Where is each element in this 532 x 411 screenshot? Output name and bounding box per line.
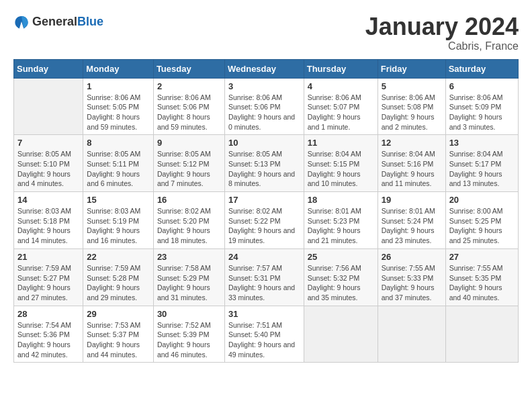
day-number: 15 bbox=[87, 195, 150, 205]
calendar-day-cell: 15Sunrise: 8:03 AMSunset: 5:19 PMDayligh… bbox=[83, 192, 154, 249]
calendar-day-cell: 17Sunrise: 8:02 AMSunset: 5:22 PMDayligh… bbox=[224, 192, 304, 249]
day-number: 1 bbox=[87, 81, 150, 91]
logo-general: General bbox=[32, 15, 77, 28]
day-info: Sunrise: 8:05 AMSunset: 5:10 PMDaylight:… bbox=[17, 149, 79, 189]
day-info: Sunrise: 8:02 AMSunset: 5:22 PMDaylight:… bbox=[228, 206, 300, 246]
calendar-day-cell: 28Sunrise: 7:54 AMSunset: 5:36 PMDayligh… bbox=[14, 306, 83, 363]
calendar-header-cell: Saturday bbox=[445, 59, 518, 78]
calendar-day-cell: 21Sunrise: 7:59 AMSunset: 5:27 PMDayligh… bbox=[14, 248, 83, 306]
day-info: Sunrise: 7:57 AMSunset: 5:31 PMDaylight:… bbox=[228, 263, 300, 303]
calendar-body: 1Sunrise: 8:06 AMSunset: 5:05 PMDaylight… bbox=[14, 78, 519, 363]
day-number: 30 bbox=[157, 309, 221, 319]
day-number: 16 bbox=[157, 195, 221, 205]
calendar-header-cell: Wednesday bbox=[224, 59, 304, 78]
day-info: Sunrise: 8:05 AMSunset: 5:11 PMDaylight:… bbox=[87, 149, 150, 189]
calendar-day-cell: 10Sunrise: 8:05 AMSunset: 5:13 PMDayligh… bbox=[224, 135, 304, 192]
day-number: 7 bbox=[17, 138, 79, 148]
calendar-day-cell: 11Sunrise: 8:04 AMSunset: 5:15 PMDayligh… bbox=[304, 135, 378, 192]
day-info: Sunrise: 7:53 AMSunset: 5:37 PMDaylight:… bbox=[87, 320, 150, 360]
logo-icon bbox=[13, 13, 30, 30]
calendar-day-cell: 7Sunrise: 8:05 AMSunset: 5:10 PMDaylight… bbox=[14, 135, 83, 192]
day-info: Sunrise: 7:51 AMSunset: 5:40 PMDaylight:… bbox=[228, 320, 300, 360]
day-number: 18 bbox=[308, 195, 374, 205]
day-info: Sunrise: 8:00 AMSunset: 5:25 PMDaylight:… bbox=[449, 206, 515, 246]
day-number: 24 bbox=[228, 252, 300, 262]
day-info: Sunrise: 8:05 AMSunset: 5:13 PMDaylight:… bbox=[228, 149, 300, 189]
day-number: 9 bbox=[157, 138, 221, 148]
calendar-day-cell: 20Sunrise: 8:00 AMSunset: 5:25 PMDayligh… bbox=[445, 192, 518, 249]
day-info: Sunrise: 8:05 AMSunset: 5:12 PMDaylight:… bbox=[157, 149, 221, 189]
day-number: 28 bbox=[17, 309, 79, 319]
day-number: 27 bbox=[449, 252, 515, 262]
day-info: Sunrise: 7:55 AMSunset: 5:35 PMDaylight:… bbox=[449, 263, 515, 303]
calendar-day-cell: 25Sunrise: 7:56 AMSunset: 5:32 PMDayligh… bbox=[304, 248, 378, 306]
day-info: Sunrise: 8:06 AMSunset: 5:07 PMDaylight:… bbox=[308, 93, 374, 132]
day-number: 10 bbox=[228, 138, 300, 148]
day-info: Sunrise: 8:06 AMSunset: 5:08 PMDaylight:… bbox=[382, 93, 442, 132]
calendar-day-cell: 9Sunrise: 8:05 AMSunset: 5:12 PMDaylight… bbox=[153, 135, 224, 192]
day-number: 26 bbox=[382, 252, 442, 262]
calendar-week-row: 14Sunrise: 8:03 AMSunset: 5:18 PMDayligh… bbox=[14, 192, 519, 249]
logo: GeneralBlue bbox=[13, 13, 103, 30]
calendar-day-cell: 8Sunrise: 8:05 AMSunset: 5:11 PMDaylight… bbox=[83, 135, 154, 192]
calendar-day-cell bbox=[445, 306, 518, 363]
logo-blue: Blue bbox=[77, 15, 103, 28]
header: GeneralBlue January 2024 Cabris, France bbox=[13, 13, 519, 52]
day-number: 11 bbox=[308, 138, 374, 148]
day-info: Sunrise: 8:04 AMSunset: 5:17 PMDaylight:… bbox=[449, 149, 515, 189]
calendar-day-cell: 14Sunrise: 8:03 AMSunset: 5:18 PMDayligh… bbox=[14, 192, 83, 249]
calendar-day-cell: 26Sunrise: 7:55 AMSunset: 5:33 PMDayligh… bbox=[378, 248, 445, 306]
calendar-day-cell: 2Sunrise: 8:06 AMSunset: 5:06 PMDaylight… bbox=[153, 78, 224, 135]
calendar-day-cell: 29Sunrise: 7:53 AMSunset: 5:37 PMDayligh… bbox=[83, 306, 154, 363]
day-info: Sunrise: 8:06 AMSunset: 5:09 PMDaylight:… bbox=[449, 93, 515, 132]
day-number: 22 bbox=[87, 252, 150, 262]
calendar-header-cell: Tuesday bbox=[153, 59, 224, 78]
calendar-day-cell: 13Sunrise: 8:04 AMSunset: 5:17 PMDayligh… bbox=[445, 135, 518, 192]
calendar-day-cell: 23Sunrise: 7:58 AMSunset: 5:29 PMDayligh… bbox=[153, 248, 224, 306]
day-info: Sunrise: 7:54 AMSunset: 5:36 PMDaylight:… bbox=[17, 320, 79, 360]
calendar-header-cell: Friday bbox=[378, 59, 445, 78]
calendar-day-cell: 18Sunrise: 8:01 AMSunset: 5:23 PMDayligh… bbox=[304, 192, 378, 249]
calendar-week-row: 7Sunrise: 8:05 AMSunset: 5:10 PMDaylight… bbox=[14, 135, 519, 192]
calendar-day-cell: 27Sunrise: 7:55 AMSunset: 5:35 PMDayligh… bbox=[445, 248, 518, 306]
calendar-day-cell: 6Sunrise: 8:06 AMSunset: 5:09 PMDaylight… bbox=[445, 78, 518, 135]
day-number: 12 bbox=[382, 138, 442, 148]
day-number: 19 bbox=[382, 195, 442, 205]
month-title: January 2024 bbox=[365, 13, 519, 40]
day-number: 29 bbox=[87, 309, 150, 319]
calendar-day-cell bbox=[14, 78, 83, 135]
location-title: Cabris, France bbox=[365, 40, 519, 52]
day-number: 3 bbox=[228, 81, 300, 91]
day-info: Sunrise: 8:03 AMSunset: 5:19 PMDaylight:… bbox=[87, 206, 150, 246]
calendar-day-cell: 16Sunrise: 8:02 AMSunset: 5:20 PMDayligh… bbox=[153, 192, 224, 249]
calendar-day-cell: 3Sunrise: 8:06 AMSunset: 5:06 PMDaylight… bbox=[224, 78, 304, 135]
logo-text: GeneralBlue bbox=[32, 15, 103, 29]
day-info: Sunrise: 7:59 AMSunset: 5:28 PMDaylight:… bbox=[87, 263, 150, 303]
calendar-day-cell: 4Sunrise: 8:06 AMSunset: 5:07 PMDaylight… bbox=[304, 78, 378, 135]
day-number: 23 bbox=[157, 252, 221, 262]
day-info: Sunrise: 7:55 AMSunset: 5:33 PMDaylight:… bbox=[382, 263, 442, 303]
day-info: Sunrise: 8:06 AMSunset: 5:06 PMDaylight:… bbox=[228, 93, 300, 132]
day-info: Sunrise: 7:59 AMSunset: 5:27 PMDaylight:… bbox=[17, 263, 79, 303]
day-info: Sunrise: 8:02 AMSunset: 5:20 PMDaylight:… bbox=[157, 206, 221, 246]
calendar-day-cell: 19Sunrise: 8:01 AMSunset: 5:24 PMDayligh… bbox=[378, 192, 445, 249]
day-info: Sunrise: 8:06 AMSunset: 5:06 PMDaylight:… bbox=[157, 93, 221, 132]
day-number: 2 bbox=[157, 81, 221, 91]
day-number: 17 bbox=[228, 195, 300, 205]
calendar-day-cell: 1Sunrise: 8:06 AMSunset: 5:05 PMDaylight… bbox=[83, 78, 154, 135]
day-number: 20 bbox=[449, 195, 515, 205]
calendar-day-cell: 12Sunrise: 8:04 AMSunset: 5:16 PMDayligh… bbox=[378, 135, 445, 192]
calendar-week-row: 21Sunrise: 7:59 AMSunset: 5:27 PMDayligh… bbox=[14, 248, 519, 306]
calendar-header-cell: Thursday bbox=[304, 59, 378, 78]
calendar-day-cell bbox=[378, 306, 445, 363]
day-number: 14 bbox=[17, 195, 79, 205]
calendar-header-cell: Monday bbox=[83, 59, 154, 78]
calendar-week-row: 1Sunrise: 8:06 AMSunset: 5:05 PMDaylight… bbox=[14, 78, 519, 135]
day-info: Sunrise: 8:01 AMSunset: 5:23 PMDaylight:… bbox=[308, 206, 374, 246]
day-info: Sunrise: 8:04 AMSunset: 5:16 PMDaylight:… bbox=[382, 149, 442, 189]
day-info: Sunrise: 7:58 AMSunset: 5:29 PMDaylight:… bbox=[157, 263, 221, 303]
calendar-header-cell: Sunday bbox=[14, 59, 83, 78]
calendar-day-cell: 5Sunrise: 8:06 AMSunset: 5:08 PMDaylight… bbox=[378, 78, 445, 135]
day-info: Sunrise: 8:04 AMSunset: 5:15 PMDaylight:… bbox=[308, 149, 374, 189]
calendar-day-cell: 22Sunrise: 7:59 AMSunset: 5:28 PMDayligh… bbox=[83, 248, 154, 306]
